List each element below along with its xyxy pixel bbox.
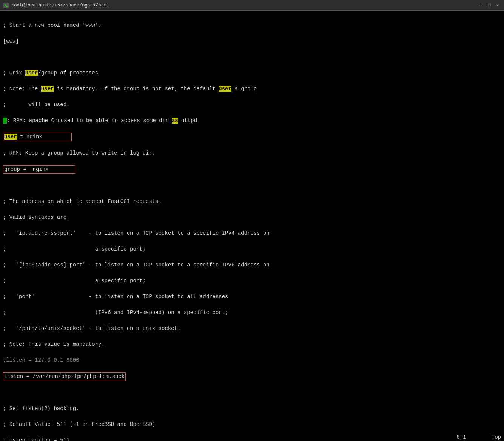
line-26: ; Default Value: 511 (-1 on FreeBSD and … — [3, 421, 499, 429]
minimize-button[interactable]: ─ — [478, 2, 484, 9]
highlight-as: as — [172, 118, 178, 124]
cursor — [3, 118, 7, 124]
box-user-nginx: user = nginx — [3, 133, 72, 141]
line-6: ; will be used. — [3, 101, 499, 109]
line-20: ; '/path/to/unix/socket' - to listen on … — [3, 325, 499, 333]
line-14: ; 'ip.add.re.ss:port' - to listen on a T… — [3, 229, 499, 237]
line-27: ;listen.backlog = 511 — [3, 436, 499, 441]
line-24 — [3, 389, 499, 397]
titlebar: root@localhost:/usr/share/nginx/html ─ □… — [0, 0, 504, 11]
line-17: ; a specific port; — [3, 277, 499, 285]
terminal-icon — [3, 2, 9, 8]
line-8: user = nginx — [3, 133, 499, 141]
line-1: ; Start a new pool named 'www'. — [3, 22, 499, 29]
content-area: ; Start a new pool named 'www'. [www] ; … — [0, 12, 502, 441]
box-listen-sock: listen = /var/run/php-fpm/php-fpm.sock — [3, 372, 126, 381]
cursor-position: 6,1 — [456, 434, 466, 440]
line-18: ; 'port' - to listen on a TCP socket to … — [3, 293, 499, 301]
line-12: ; The address on which to accept FastCGI… — [3, 198, 499, 206]
line-15: ; a specific port; — [3, 245, 499, 253]
line-25: ; Set listen(2) backlog. — [3, 405, 499, 413]
line-16: ; '[ip:6:addr:ess]:port' - to listen on … — [3, 261, 499, 269]
terminal: ; Start a new pool named 'www'. [www] ; … — [0, 11, 504, 441]
scroll-position: Top — [492, 434, 501, 440]
close-button[interactable]: ✕ — [494, 2, 501, 9]
line-2: [www] — [3, 37, 499, 45]
line-9: ; RPM: Keep a group allowed to write in … — [3, 149, 499, 157]
line-13: ; Valid syntaxes are: — [3, 214, 499, 221]
highlight-user-1: user — [25, 70, 38, 76]
box-group-nginx: group = nginx — [3, 165, 75, 174]
highlight-user-4: user — [4, 134, 17, 140]
line-11 — [3, 182, 499, 190]
highlight-user-3: user — [219, 86, 231, 92]
line-5: ; Note: The user is mandatory. If the gr… — [3, 85, 499, 93]
statusbar: 6,1 Top — [453, 433, 504, 441]
line-4: ; Unix user/group of processes — [3, 69, 499, 77]
line-22: ;listen = 127.0.0.1:9000 — [3, 356, 499, 364]
line-21: ; Note: This value is mandatory. — [3, 340, 499, 348]
line-23: listen = /var/run/php-fpm/php-fpm.sock — [3, 372, 499, 381]
line-7: ; RPM: apache Choosed to be able to acce… — [3, 117, 499, 125]
line-3 — [3, 53, 499, 61]
highlight-user-2: user — [41, 86, 54, 92]
maximize-button[interactable]: □ — [486, 2, 493, 9]
line-10: group = nginx — [3, 165, 499, 174]
strikethrough-listen: ;listen = 127.0.0.1:9000 — [3, 357, 79, 363]
titlebar-title: root@localhost:/usr/share/nginx/html — [11, 3, 478, 8]
titlebar-controls: ─ □ ✕ — [478, 2, 501, 9]
line-19: ; (IPv6 and IPv4-mapped) on a specific p… — [3, 309, 499, 317]
